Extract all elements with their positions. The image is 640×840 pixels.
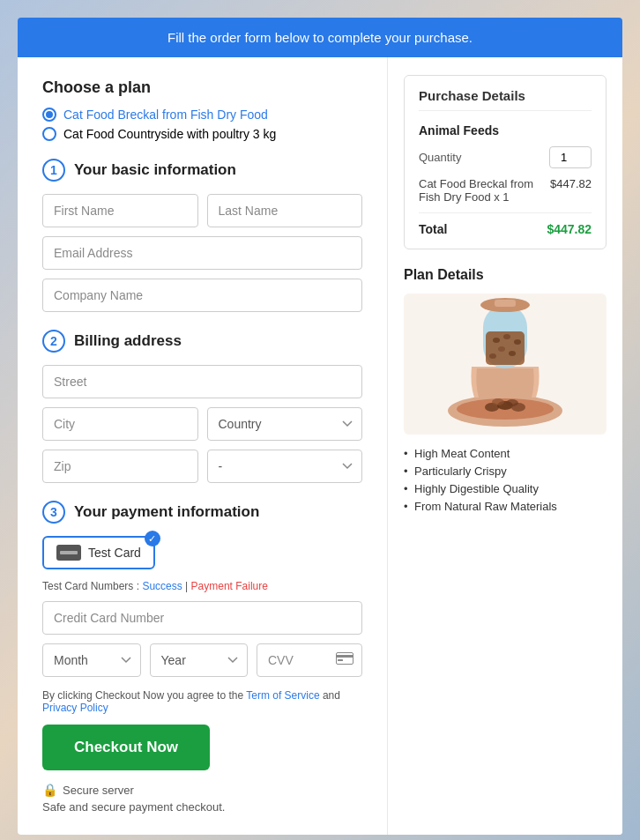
terms-middle: and	[323, 689, 340, 702]
svg-rect-0	[337, 653, 353, 665]
svg-point-14	[514, 339, 521, 345]
cvv-card-icon	[336, 652, 353, 668]
safe-text: Safe and secure payment checkout.	[42, 800, 362, 814]
lock-icon: 🔒	[42, 783, 57, 797]
email-row	[42, 236, 362, 270]
banner-text: Fill the order form below to complete yo…	[167, 30, 473, 45]
email-field	[42, 236, 362, 270]
company-field	[42, 279, 362, 312]
street-row	[42, 365, 362, 398]
svg-point-17	[489, 353, 496, 359]
item-name: Cat Food Breckal from Fish Dry Food x 1	[419, 177, 550, 204]
secure-server-text: Secure server	[63, 784, 134, 797]
top-banner: Fill the order form below to complete yo…	[18, 18, 622, 57]
plan-option-1-label: Cat Food Breckal from Fish Dry Food	[63, 108, 268, 122]
svg-point-12	[493, 338, 500, 343]
checkout-button[interactable]: Checkout Now	[42, 725, 210, 770]
plan-option-1[interactable]: Cat Food Breckal from Fish Dry Food	[42, 108, 362, 122]
purchase-details-title: Purchase Details	[419, 88, 592, 111]
street-input[interactable]	[42, 365, 362, 398]
year-select[interactable]: Year	[150, 643, 249, 677]
street-field	[42, 365, 362, 398]
svg-point-9	[506, 399, 518, 406]
city-input[interactable]	[42, 407, 198, 441]
radio-selected-icon	[42, 108, 56, 122]
cc-number-input[interactable]	[42, 601, 362, 635]
city-field	[42, 407, 198, 441]
failure-link[interactable]: Payment Failure	[191, 580, 268, 592]
test-card-numbers-text: Test Card Numbers : Success | Payment Fa…	[42, 580, 362, 592]
card-icon	[56, 545, 81, 561]
feature-item: Particularly Crispy	[404, 465, 607, 478]
cvv-field	[257, 643, 362, 677]
svg-rect-1	[336, 655, 353, 658]
section-number-2: 2	[42, 330, 65, 353]
email-input[interactable]	[42, 236, 362, 270]
name-row	[42, 194, 362, 227]
payment-title: Your payment information	[74, 503, 259, 521]
zip-input[interactable]	[42, 450, 198, 483]
quantity-input[interactable]	[549, 146, 592, 168]
total-row: Total $447.82	[419, 222, 592, 236]
test-card-check-icon: ✓	[145, 531, 160, 546]
product-image	[404, 294, 607, 435]
quantity-row: Quantity	[419, 146, 592, 168]
terms-link[interactable]: Term of Service	[246, 689, 319, 702]
quantity-label: Quantity	[419, 151, 461, 164]
section-number-1: 1	[42, 159, 65, 182]
cc-number-row	[42, 601, 362, 635]
svg-rect-2	[338, 659, 343, 661]
cc-number-field	[42, 601, 362, 635]
test-card-label: Test Card	[88, 546, 141, 560]
test-card-prefix: Test Card Numbers :	[42, 580, 142, 592]
card-stripe	[60, 551, 78, 554]
state-select[interactable]: -	[207, 450, 363, 483]
svg-point-15	[498, 346, 505, 352]
product-features-list: High Meat ContentParticularly CrispyHigh…	[404, 447, 607, 513]
country-select[interactable]: Country	[207, 407, 363, 441]
section-number-3: 3	[42, 501, 65, 524]
company-input[interactable]	[42, 279, 362, 312]
company-row	[42, 279, 362, 312]
svg-point-13	[503, 334, 510, 339]
secure-server-row: 🔒 Secure server	[42, 783, 362, 797]
item-row: Cat Food Breckal from Fish Dry Food x 1 …	[419, 177, 592, 213]
page-wrapper: Fill the order form below to complete yo…	[18, 18, 622, 835]
svg-point-16	[509, 351, 516, 356]
item-price: $447.82	[550, 177, 592, 190]
plan-option-2[interactable]: Cat Food Countryside with poultry 3 kg	[42, 127, 362, 141]
animal-feeds-title: Animal Feeds	[419, 123, 592, 138]
choose-plan-title: Choose a plan	[42, 78, 362, 97]
basic-info-header: 1 Your basic information	[42, 159, 362, 182]
zip-state-row: -	[42, 450, 362, 483]
main-content: Choose a plan Cat Food Breckal from Fish…	[18, 57, 622, 835]
billing-title: Billing address	[74, 332, 182, 350]
privacy-link[interactable]: Privacy Policy	[42, 702, 108, 714]
total-label: Total	[419, 222, 447, 236]
first-name-field	[42, 194, 198, 227]
year-field: Year	[150, 643, 249, 677]
svg-point-8	[492, 398, 504, 405]
total-price: $447.82	[547, 222, 592, 236]
country-field: Country	[207, 407, 363, 441]
feature-item: Highly Digestible Quality	[404, 482, 607, 495]
last-name-field	[207, 194, 363, 227]
success-link[interactable]: Success	[142, 580, 182, 592]
radio-unselected-icon	[42, 127, 56, 141]
state-field: -	[207, 450, 363, 483]
left-panel: Choose a plan Cat Food Breckal from Fish…	[18, 57, 388, 835]
feature-item: High Meat Content	[404, 447, 607, 460]
purchase-details-box: Purchase Details Animal Feeds Quantity C…	[404, 75, 607, 249]
svg-rect-19	[495, 300, 516, 307]
right-panel: Purchase Details Animal Feeds Quantity C…	[388, 57, 622, 835]
terms-prefix: By clicking Checkout Now you agree to th…	[42, 689, 246, 702]
month-select[interactable]: Month	[42, 643, 141, 677]
plan-details-title: Plan Details	[404, 267, 607, 283]
billing-header: 2 Billing address	[42, 330, 362, 353]
month-field: Month	[42, 643, 141, 677]
test-card-option[interactable]: Test Card ✓	[42, 536, 155, 569]
last-name-input[interactable]	[207, 194, 363, 227]
zip-field	[42, 450, 198, 483]
city-country-row: Country	[42, 407, 362, 441]
first-name-input[interactable]	[42, 194, 198, 227]
